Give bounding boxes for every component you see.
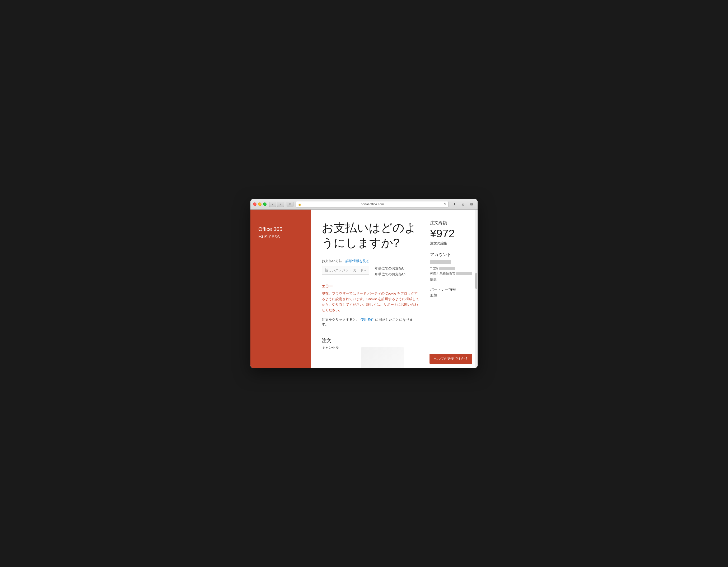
payment-options: 年単位でのお支払い 月単位でのお支払い	[375, 266, 405, 278]
partner-label: パートナー情報	[430, 287, 472, 292]
address-line2: 神奈川県横須賀市	[430, 272, 455, 275]
error-section: エラー 現在、ブラウザーではサード パーティの Cookie をブロックするよう…	[322, 284, 419, 313]
order-summary-sidebar: 注文総額 ¥972 注文の編集 アカウント 〒237 神奈川県横須賀市 編集 パ…	[430, 210, 478, 368]
address-blur-1	[439, 267, 455, 270]
toolbar-right: ⬇ ⎙ ⊡	[451, 202, 475, 207]
maximize-button[interactable]	[263, 203, 267, 206]
annual-payment-option: 年単位でのお支払い	[375, 266, 405, 271]
order-price: ¥972	[430, 227, 472, 240]
fullscreen-icon[interactable]: ⊡	[468, 202, 475, 207]
terms-link[interactable]: 使用条件	[361, 317, 374, 321]
refresh-icon[interactable]: ↻	[444, 203, 446, 206]
credit-card-placeholder: 新しいクレジット カード	[325, 268, 363, 273]
payment-method-row: お支払い方法 詳細情報を見る	[322, 259, 419, 264]
address-line1: 〒237	[430, 267, 438, 270]
share-icon[interactable]: ⎙	[460, 202, 466, 207]
forward-button[interactable]: ›	[277, 202, 284, 207]
browser-titlebar: ‹ › ⊡ 🔒 portal.office.com ↻ ⬇ ⎙ ⊡	[250, 199, 478, 210]
decorative-image	[361, 347, 404, 368]
minimize-button[interactable]	[258, 203, 262, 206]
product-title: Office 365 Business	[258, 226, 305, 240]
tab-button[interactable]: ⊡	[287, 202, 293, 207]
payment-method-label: お支払い方法	[322, 259, 342, 264]
page-content: Office 365 Business お支払いはどのようにしますか? お支払い…	[250, 210, 478, 368]
account-name-blurred	[430, 260, 451, 264]
account-edit-link[interactable]: 編集	[430, 277, 472, 282]
terms-row: 注文をクリックすると、 使用条件 に同意したことになります。	[322, 317, 419, 327]
nav-buttons: ‹ ›	[269, 202, 284, 207]
account-label: アカウント	[430, 252, 472, 258]
partner-add-link[interactable]: 追加	[430, 293, 472, 298]
order-total-label: 注文総額	[430, 220, 472, 226]
address-bar[interactable]: 🔒 portal.office.com ↻	[296, 201, 449, 208]
order-edit-link[interactable]: 注文の編集	[430, 241, 472, 246]
help-button[interactable]: ヘルプが必要ですか？	[430, 354, 472, 364]
url-text: portal.office.com	[302, 203, 442, 206]
back-button[interactable]: ‹	[269, 202, 276, 207]
page-heading: お支払いはどのようにしますか?	[322, 220, 419, 250]
payment-section: お支払い方法 詳細情報を見る 新しいクレジット カード ▼ 年単位でのお支払い …	[322, 259, 419, 278]
main-content: お支払いはどのようにしますか? お支払い方法 詳細情報を見る 新しいクレジット …	[311, 210, 430, 368]
error-text: 現在、ブラウザーではサード パーティの Cookie をブロックするように設定さ…	[322, 291, 419, 313]
monthly-payment-option: 月単位でのお支払い	[375, 272, 405, 277]
download-icon[interactable]: ⬇	[451, 202, 458, 207]
account-address: 〒237 神奈川県横須賀市	[430, 266, 472, 276]
select-arrow-icon: ▼	[364, 269, 366, 272]
browser-window: ‹ › ⊡ 🔒 portal.office.com ↻ ⬇ ⎙ ⊡ Office…	[250, 199, 478, 368]
traffic-lights	[253, 203, 267, 206]
scrollbar-thumb	[475, 273, 477, 289]
scrollbar[interactable]	[475, 210, 478, 368]
terms-text-before: 注文をクリックすると、	[322, 317, 360, 321]
details-link[interactable]: 詳細情報を見る	[346, 259, 370, 264]
close-button[interactable]	[253, 203, 256, 206]
error-label: エラー	[322, 284, 419, 289]
credit-card-select[interactable]: 新しいクレジット カード ▼	[322, 266, 369, 275]
order-button[interactable]: 注文	[322, 337, 419, 344]
address-blur-2	[456, 272, 472, 275]
branding-sidebar: Office 365 Business	[250, 210, 311, 368]
lock-icon: 🔒	[298, 203, 301, 206]
